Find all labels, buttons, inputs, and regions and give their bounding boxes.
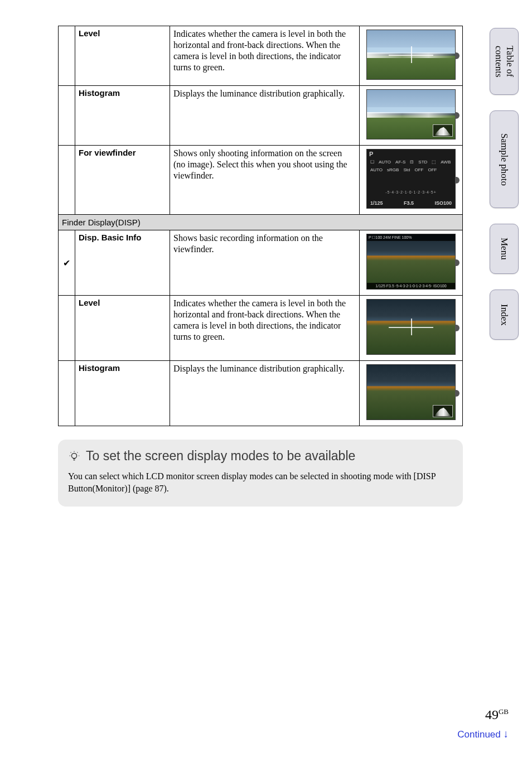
mode-description: Shows only shooting information on the s… bbox=[170, 146, 360, 215]
table-row: Level Indicates whether the camera is le… bbox=[59, 296, 463, 361]
tab-menu[interactable]: Menu bbox=[490, 224, 519, 274]
mode-name: Histogram bbox=[75, 86, 170, 146]
page-number: 49GB bbox=[485, 707, 509, 722]
preview-finder-level bbox=[366, 299, 456, 355]
mode-name: Level bbox=[75, 296, 170, 361]
display-modes-table: Level Indicates whether the camera is le… bbox=[58, 26, 463, 426]
preview-finder-histogram bbox=[366, 364, 456, 420]
lightbulb-icon bbox=[68, 450, 80, 462]
tip-title: To set the screen display modes to be av… bbox=[86, 449, 355, 464]
table-row: Level Indicates whether the camera is le… bbox=[59, 26, 463, 86]
mode-name: For viewfinder bbox=[75, 146, 170, 215]
mode-description: Indicates whether the camera is level in… bbox=[170, 26, 360, 86]
preview-disp-basic-info: P ☐100 24M FINE 100% 1/125 F3.5 ·5·4·3·2… bbox=[366, 234, 456, 290]
side-tabs: Table of contents Sample photo Menu Inde… bbox=[490, 28, 521, 355]
table-row: Histogram Displays the luminance distrib… bbox=[59, 361, 463, 426]
mode-name: Level bbox=[75, 26, 170, 86]
mode-description: Shows basic recording information on the… bbox=[170, 230, 360, 296]
main-content: Level Indicates whether the camera is le… bbox=[58, 26, 463, 507]
continued-indicator: Continued ↓ bbox=[457, 728, 509, 740]
check-cell bbox=[59, 86, 75, 146]
check-cell bbox=[59, 26, 75, 86]
check-cell bbox=[59, 296, 75, 361]
svg-point-0 bbox=[71, 453, 76, 458]
mode-description: Displays the luminance distribution grap… bbox=[170, 86, 360, 146]
table-row: Histogram Displays the luminance distrib… bbox=[59, 86, 463, 146]
tab-sample-photo[interactable]: Sample photo bbox=[490, 110, 519, 208]
tip-box: To set the screen display modes to be av… bbox=[58, 440, 463, 507]
mode-description: Indicates whether the camera is level in… bbox=[170, 296, 360, 361]
mode-name: Histogram bbox=[75, 361, 170, 426]
preview-for-viewfinder: P ☐AUTOAF-S⊡STD⬚AWBAUTOsRGBStdOFFOFF -5·… bbox=[366, 149, 456, 209]
tip-title-row: To set the screen display modes to be av… bbox=[68, 449, 453, 464]
table-row: For viewfinder Shows only shooting infor… bbox=[59, 146, 463, 215]
check-cell: ✔ bbox=[59, 230, 75, 296]
mode-preview bbox=[360, 361, 463, 426]
tip-body: You can select which LCD monitor screen … bbox=[68, 470, 453, 494]
table-row: ✔ Disp. Basic Info Shows basic recording… bbox=[59, 230, 463, 296]
tab-index[interactable]: Index bbox=[490, 290, 519, 340]
tab-table-of-contents[interactable]: Table of contents bbox=[490, 28, 519, 95]
mode-preview: P ☐100 24M FINE 100% 1/125 F3.5 ·5·4·3·2… bbox=[360, 230, 463, 296]
finder-section-header-row: Finder Display(DISP) bbox=[59, 215, 463, 230]
mode-preview: P ☐AUTOAF-S⊡STD⬚AWBAUTOsRGBStdOFFOFF -5·… bbox=[360, 146, 463, 215]
check-icon: ✔ bbox=[63, 258, 70, 268]
mode-name: Disp. Basic Info bbox=[75, 230, 170, 296]
finder-section-header: Finder Display(DISP) bbox=[59, 215, 463, 230]
down-arrow-icon: ↓ bbox=[504, 728, 509, 740]
mode-preview bbox=[360, 296, 463, 361]
mode-description: Displays the luminance distribution grap… bbox=[170, 361, 360, 426]
check-cell bbox=[59, 146, 75, 215]
preview-histogram bbox=[366, 89, 456, 139]
check-cell bbox=[59, 361, 75, 426]
mode-preview bbox=[360, 26, 463, 86]
mode-preview bbox=[360, 86, 463, 146]
preview-level bbox=[366, 30, 456, 80]
